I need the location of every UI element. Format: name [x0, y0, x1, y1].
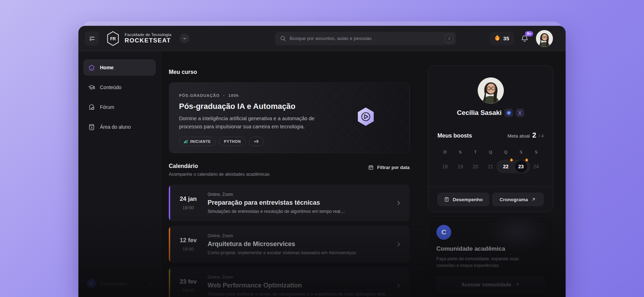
brand-logo[interactable]: FR Faculdade de Tecnologia ROCKETSEAT [106, 31, 171, 46]
home-icon [88, 64, 95, 71]
chevron-down-icon [183, 36, 187, 41]
goal-total: / 4 [539, 133, 544, 139]
brand-text: Faculdade de Tecnologia ROCKETSEAT [125, 33, 171, 44]
chevron-right-icon [395, 200, 402, 206]
divider [428, 187, 553, 187]
current-goal: Meta atual 2 / 4 [507, 131, 544, 139]
right-panel: Cecília Sasaki [428, 51, 566, 297]
top-bar: FR Faculdade de Tecnologia ROCKETSEAT / [78, 26, 566, 51]
sidebar-item-area-do-aluno[interactable]: A Área do aluno [83, 119, 156, 135]
sidebar-item-conteudo[interactable]: Conteúdo [83, 79, 156, 95]
event-row[interactable]: 12 fev 19:00 Online, Zoom Arquitetura de… [169, 226, 410, 263]
profile-actions: A Desempenho Cronograma [437, 193, 544, 206]
sidebar-item-label: Área do aluno [100, 124, 131, 130]
event-title: Arquitetura de Microservices [208, 240, 390, 248]
notification-badge: 9+ [525, 31, 533, 36]
sidebar-item-forum[interactable]: Fórum [83, 99, 156, 115]
user-avatar[interactable] [536, 30, 553, 47]
schedule-label: Cronograma [500, 197, 528, 202]
course-category: PÓS-GRADUAÇÃO [179, 93, 220, 98]
sidebar-item-home[interactable]: Home [83, 59, 156, 76]
course-tags: INICIANTE PYTHON +9 [179, 137, 399, 146]
arrow-up-right-icon [515, 282, 520, 287]
search-bar[interactable]: / [275, 32, 456, 45]
tag-more[interactable]: +9 [249, 137, 263, 146]
sidebar: Home Conteúdo [78, 51, 161, 297]
brand-switcher-button[interactable] [180, 34, 189, 43]
chevron-right-icon [395, 283, 402, 289]
event-info: Online, Zoom Preparação para entrevistas… [208, 192, 390, 214]
profile-avatar[interactable] [478, 77, 504, 104]
streak-count: 35 [503, 35, 509, 41]
course-play-hexagon-icon [356, 107, 375, 127]
event-accent-bar [169, 267, 170, 297]
level-bars-icon [184, 139, 188, 143]
date-cell: 24 [529, 164, 544, 169]
avatar-photo [478, 77, 504, 104]
event-date: 23 fev 19:00 [177, 278, 199, 293]
tag-python[interactable]: PYTHON [219, 137, 246, 146]
calendar-icon [368, 164, 374, 170]
filter-by-date-button[interactable]: Filtrar por data [368, 163, 410, 170]
weekday-row: D S T Q Q S S [437, 150, 544, 154]
event-row[interactable]: 23 fev 19:00 Online, Zoom Web Performanc… [169, 267, 410, 297]
event-location: Online, Zoom [208, 275, 390, 280]
event-title: Web Performance Optimization [208, 282, 390, 289]
profile-name: Cecília Sasaki [457, 109, 502, 117]
profile-card: Cecília Sasaki [428, 65, 553, 212]
profile-name-row: Cecília Sasaki [437, 109, 544, 117]
sidebar-item-comunidade[interactable]: C Comunidade [83, 276, 156, 291]
notifications-button[interactable]: 9+ [520, 34, 529, 43]
community-description: Faça parte da comunidade, expanda suas c… [436, 256, 539, 269]
calendar-title: Calendário [169, 163, 270, 169]
event-info: Online, Zoom Arquitetura de Microservice… [208, 233, 390, 255]
sidebar-collapse-button[interactable] [85, 31, 99, 46]
external-link-icon [148, 281, 152, 286]
event-description: Simulações de entrevistas e resolução de… [208, 209, 390, 214]
sidebar-item-label: Fórum [100, 104, 114, 110]
tag-level[interactable]: INICIANTE [179, 137, 216, 146]
event-location: Online, Zoom [208, 233, 390, 238]
sidebar-item-label: Comunidade [100, 281, 127, 286]
event-title: Preparação para entrevistas técnicas [208, 199, 390, 206]
sidebar-item-label: Conteúdo [100, 85, 121, 90]
date-cell: 21 [483, 164, 498, 169]
brand-name: ROCKETSEAT [125, 37, 171, 44]
course-card[interactable]: PÓS-GRADUAÇÃO • 100h Pós-graduação IA e … [169, 82, 410, 153]
main-content: Meu curso PÓS-GRADUAÇÃO • 100h Pós-gradu… [161, 51, 428, 297]
brand-subtitle: Faculdade de Tecnologia [125, 33, 171, 37]
course-meta: PÓS-GRADUAÇÃO • 100h [179, 93, 399, 98]
boosts-header: Meus boosts Meta atual 2 / 4 [437, 131, 544, 139]
search-input[interactable] [290, 36, 441, 41]
streak-counter[interactable]: 35 [490, 32, 514, 45]
notebook-a-icon: A [444, 197, 449, 202]
graduation-cap-icon [88, 84, 95, 91]
chevron-right-icon [395, 241, 402, 248]
rocketseat-x-badge-icon [516, 109, 524, 117]
access-community-button[interactable]: Acessar comunidade [436, 276, 545, 293]
course-duration: 100h [228, 93, 239, 98]
schedule-button[interactable]: Cronograma [492, 193, 544, 206]
flame-icon [510, 158, 513, 162]
meta-separator: • [223, 94, 225, 98]
event-list: 24 jan 19:00 Online, Zoom Preparação par… [169, 185, 410, 297]
event-info: Online, Zoom Web Performance Optimizatio… [208, 275, 390, 297]
date-cell-streak: 22 [498, 161, 513, 173]
date-cell: 20 [468, 164, 483, 169]
search-shortcut-key: / [445, 34, 453, 43]
notebook-a-icon: A [88, 123, 95, 131]
goal-current: 2 [532, 131, 536, 139]
svg-text:A: A [446, 199, 447, 201]
performance-button[interactable]: A Desempenho [437, 193, 489, 206]
flame-icon [525, 158, 528, 162]
streak-dates-row: 18 19 20 21 22 23 24 [437, 160, 544, 173]
event-row[interactable]: 24 jan 19:00 Online, Zoom Preparação par… [169, 185, 410, 221]
community-title: Comunidade acadêmica [436, 245, 545, 252]
svg-text:A: A [91, 126, 93, 129]
filter-by-date-label: Filtrar por data [377, 165, 410, 170]
collapse-sidebar-icon [89, 35, 95, 42]
avatar-photo [536, 30, 553, 47]
sidebar-item-label: Home [100, 65, 114, 70]
rocketseat-hexagon-logo-icon: FR [106, 31, 120, 46]
event-accent-bar [169, 185, 170, 221]
